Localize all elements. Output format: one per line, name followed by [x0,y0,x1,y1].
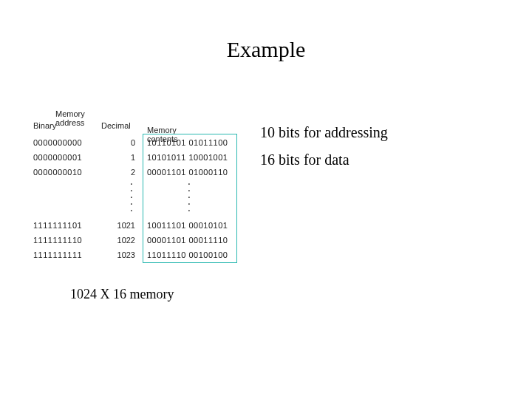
contents-cell: 10101011 10001001 [147,152,236,163]
figure-caption: 1024 X 16 memory [70,287,174,302]
binary-column-header: Binary [33,121,56,130]
decimal-column-header: Decimal [101,121,131,130]
memory-address-label: Memory address [55,109,85,127]
contents-cell: 11011110 00100100 [147,250,236,260]
decimal-cell: 2 [101,167,135,177]
note-addressing: 10 bits for addressing [260,124,388,141]
contents-cell: 10011101 00010101 [147,220,236,231]
binary-cell: 0000000000 [33,137,100,148]
contents-cell: 00001101 00011110 [147,235,236,245]
binary-cell: 1111111110 [33,235,100,245]
decimal-cell: 0 [101,137,135,148]
decimal-cell: 1023 [101,250,135,260]
notes: 10 bits for addressing 16 bits for data [260,124,388,179]
binary-cell: 1111111111 [33,250,100,260]
decimal-cell: 1021 [101,220,135,231]
decimal-cell: 1 [101,152,135,163]
note-data: 16 bits for data [260,151,388,168]
ellipsis-icon: ..... [128,180,135,214]
binary-cell: 0000000010 [33,167,100,177]
decimal-cell: 1022 [101,235,135,245]
binary-cell: 1111111101 [33,220,100,231]
contents-cell: 00001101 01000110 [147,167,236,177]
contents-cell: 10110101 01011100 [147,137,236,148]
binary-cell: 0000000001 [33,152,100,163]
ellipsis-icon: ..... [185,180,193,214]
page-title: Example [0,37,532,62]
